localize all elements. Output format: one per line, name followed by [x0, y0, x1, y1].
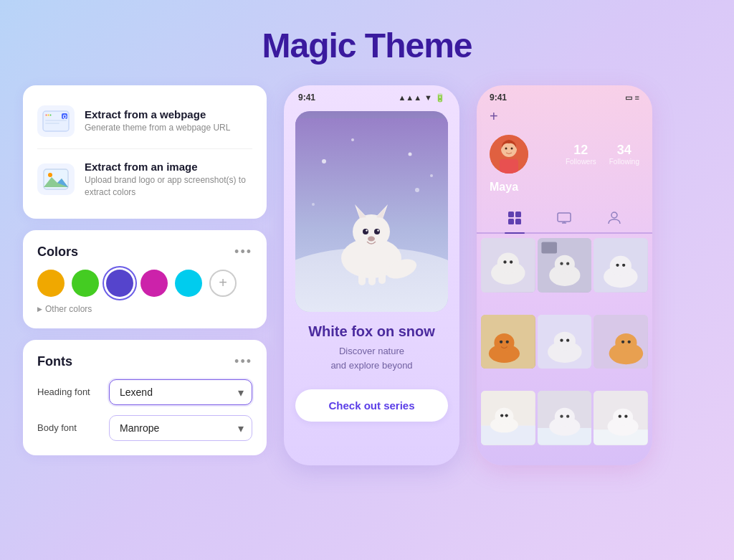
svg-point-23 — [366, 229, 367, 231]
svg-point-79 — [628, 340, 631, 343]
svg-point-72 — [553, 331, 575, 350]
svg-point-78 — [621, 340, 624, 343]
heading-font-label: Heading font — [37, 386, 100, 397]
swatch-cyan[interactable] — [175, 270, 202, 297]
svg-point-25 — [368, 237, 375, 242]
fox-card-title: White fox on snow — [295, 323, 448, 340]
svg-point-84 — [500, 414, 503, 417]
photo-cell-3[interactable] — [594, 238, 648, 293]
fonts-header: Fonts ••• — [37, 354, 252, 369]
svg-point-4 — [50, 115, 52, 116]
svg-point-85 — [505, 414, 508, 417]
followers-label: Followers — [566, 158, 596, 166]
right-add-button[interactable]: + — [490, 108, 498, 125]
svg-point-10 — [48, 173, 52, 177]
svg-point-53 — [510, 260, 513, 263]
extract-image-item[interactable]: Extract from an image Upload brand logo … — [37, 148, 252, 204]
svg-point-74 — [566, 338, 569, 341]
photo-cell-5[interactable] — [538, 315, 592, 369]
svg-point-51 — [497, 253, 519, 273]
swatch-magenta[interactable] — [140, 270, 168, 297]
photo-grid — [477, 234, 652, 465]
middle-status-bar: 9:41 ▲▲▲ ▼ 🔋 — [284, 85, 459, 107]
profile-section: 12 Followers 34 Following — [477, 128, 652, 178]
extract-image-title: Extract from an image — [85, 161, 252, 173]
svg-rect-45 — [558, 213, 571, 222]
photo-cell-6[interactable] — [594, 315, 648, 369]
svg-text:Q: Q — [63, 114, 67, 120]
middle-phone: 9:41 ▲▲▲ ▼ 🔋 — [284, 85, 459, 465]
page-title: Magic Theme — [262, 26, 472, 65]
heading-font-select[interactable]: Lexend Manrope Inter Roboto — [109, 379, 252, 405]
svg-point-67 — [494, 333, 514, 352]
main-content: Q Extract from a webpage Generate theme … — [23, 85, 711, 465]
wifi-icon: ▼ — [424, 93, 432, 102]
svg-rect-59 — [541, 242, 557, 253]
fonts-menu-button[interactable]: ••• — [234, 354, 252, 369]
photo-cell-7[interactable] — [481, 391, 535, 445]
svg-point-89 — [554, 408, 574, 427]
tab-grid[interactable] — [503, 207, 526, 229]
swatch-purple[interactable] — [106, 270, 133, 297]
svg-point-2 — [46, 115, 47, 116]
swatch-yellow[interactable] — [37, 270, 65, 297]
extract-image-subtitle: Upload brand logo or app screenshot(s) t… — [85, 174, 252, 199]
svg-point-35 — [415, 188, 419, 192]
svg-point-32 — [409, 153, 412, 156]
colors-title: Colors — [37, 245, 78, 260]
svg-rect-29 — [378, 272, 386, 284]
body-font-select[interactable]: Manrope Lexend Inter Roboto — [109, 415, 252, 441]
right-status-time: 9:41 — [490, 92, 507, 103]
svg-rect-5 — [45, 120, 67, 121]
followers-stat: 12 Followers — [566, 143, 596, 166]
color-swatches: + — [37, 270, 252, 297]
right-status-bar: 9:41 ▭ ≡ — [477, 85, 652, 107]
photo-cell-4[interactable] — [481, 315, 535, 369]
extract-image-text: Extract from an image Upload brand logo … — [85, 161, 252, 199]
svg-point-57 — [560, 262, 563, 265]
heading-font-row: Heading font Lexend Manrope Inter Roboto… — [37, 379, 252, 405]
photo-cell-9[interactable] — [594, 391, 648, 445]
other-colors-toggle[interactable]: Other colors — [37, 304, 252, 314]
extract-webpage-item[interactable]: Q Extract from a webpage Generate theme … — [37, 100, 252, 143]
extract-card: Q Extract from a webpage Generate theme … — [23, 85, 267, 219]
svg-rect-6 — [45, 123, 59, 124]
following-count: 34 — [609, 143, 639, 158]
signal-icon: ▲▲▲ — [398, 93, 421, 102]
colors-header: Colors ••• — [37, 245, 252, 260]
fox-card-text: White fox on snow Discover natureand exp… — [284, 312, 459, 382]
colors-card: Colors ••• + Other colors — [23, 230, 267, 328]
add-color-button[interactable]: + — [209, 270, 237, 297]
left-panel: Q Extract from a webpage Generate theme … — [23, 85, 267, 455]
battery-icon: 🔋 — [435, 93, 445, 103]
photo-cell-2[interactable] — [538, 238, 592, 293]
tab-tv[interactable] — [553, 207, 576, 229]
svg-rect-27 — [358, 272, 366, 285]
check-out-series-button[interactable]: Check out series — [295, 389, 448, 422]
fox-image-card — [295, 111, 448, 312]
svg-point-56 — [554, 255, 574, 274]
svg-point-64 — [622, 264, 625, 267]
following-label: Following — [609, 158, 639, 166]
extract-webpage-text: Extract from a webpage Generate theme fr… — [85, 108, 230, 134]
colors-menu-button[interactable]: ••• — [234, 245, 252, 260]
svg-point-22 — [374, 229, 380, 234]
tab-icons-bar — [477, 201, 652, 234]
svg-rect-28 — [368, 272, 376, 285]
avatar — [490, 135, 528, 174]
svg-point-3 — [48, 115, 49, 116]
svg-rect-44 — [515, 219, 521, 224]
svg-rect-38 — [500, 159, 518, 174]
photo-cell-8[interactable] — [538, 391, 592, 445]
svg-point-91 — [566, 415, 569, 418]
svg-point-33 — [430, 174, 433, 177]
svg-point-73 — [560, 338, 563, 341]
svg-rect-42 — [515, 212, 521, 217]
tab-person[interactable] — [603, 207, 626, 229]
swatch-green[interactable] — [72, 270, 99, 297]
fox-image — [295, 111, 448, 312]
profile-stats: 12 Followers 34 Following — [566, 143, 639, 166]
photo-cell-1[interactable] — [481, 238, 535, 293]
body-font-select-wrapper: Manrope Lexend Inter Roboto ▾ — [109, 415, 252, 441]
fox-card-subtitle: Discover natureand explore beyond — [295, 344, 448, 372]
